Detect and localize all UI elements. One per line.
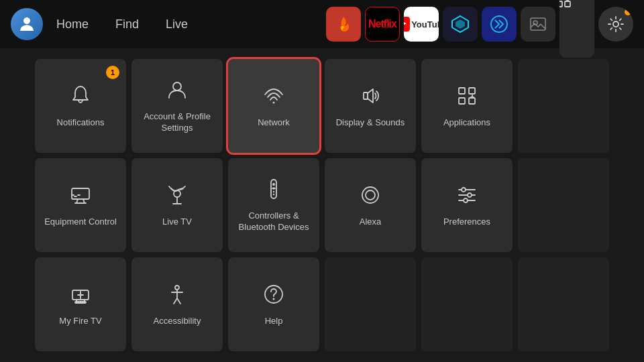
svg-point-34 (272, 183, 275, 186)
equipment-label: Equipment Control (39, 217, 122, 228)
svg-rect-19 (459, 98, 465, 104)
svg-point-0 (23, 17, 30, 24)
app-icon-youtube[interactable]: YouTube (404, 7, 439, 42)
grid-item-empty5 (518, 257, 609, 351)
display-label: Display & Sounds (331, 117, 411, 129)
alexa-label: Alexa (354, 217, 387, 228)
preferences-label: Preferences (438, 217, 496, 228)
avatar[interactable] (11, 8, 43, 40)
grid-item-myfiretv[interactable]: My Fire TV (35, 257, 126, 351)
antenna-icon (165, 183, 189, 210)
apps-icon (455, 84, 479, 111)
svg-point-58 (273, 298, 275, 300)
accessibility-icon (165, 282, 189, 309)
grid-item-notifications[interactable]: 1 Notifications (35, 59, 126, 153)
nav-find[interactable]: Find (110, 15, 144, 34)
netflix-label: Netflix (368, 18, 396, 30)
youtube-label-group: YouTube (404, 17, 439, 32)
app-icon-netflix[interactable]: Netflix (365, 7, 400, 42)
app-icon-bluestacks[interactable] (443, 7, 478, 42)
grid-item-livetv[interactable]: Live TV (131, 158, 223, 252)
svg-rect-20 (469, 98, 475, 104)
app-icon-kodi[interactable] (482, 7, 517, 42)
svg-line-56 (177, 298, 180, 304)
speaker-icon (358, 84, 382, 111)
grid-item-controllers[interactable]: Controllers & Bluetooth Devices (228, 158, 319, 252)
settings-badge (625, 9, 631, 15)
svg-rect-16 (364, 93, 368, 99)
svg-rect-18 (469, 88, 475, 94)
sliders-icon (455, 183, 479, 210)
user-icon (165, 78, 189, 105)
youtube-text-label: YouTube (411, 19, 439, 29)
accessibility-label: Accessibility (148, 316, 207, 327)
firetv-icon (68, 282, 93, 309)
nav-live[interactable]: Live (160, 15, 193, 34)
svg-rect-49 (75, 302, 86, 303)
svg-line-55 (174, 298, 177, 304)
applications-label: Applications (438, 117, 496, 129)
notifications-label: Notifications (52, 117, 110, 129)
grid-item-help[interactable]: Help (228, 257, 319, 351)
nav-home[interactable]: Home (51, 15, 94, 34)
svg-rect-17 (459, 88, 465, 94)
main-content: 1 Notifications Account & Profile Settin… (0, 48, 644, 362)
grid-item-preferences[interactable]: Preferences (421, 158, 513, 252)
youtube-play-icon (404, 17, 410, 32)
help-icon (262, 282, 286, 309)
svg-rect-5 (531, 18, 545, 30)
svg-point-40 (366, 190, 375, 200)
svg-point-14 (173, 82, 181, 90)
wifi-icon (262, 84, 286, 111)
settings-grid: 1 Notifications Account & Profile Settin… (35, 59, 609, 351)
nav-links: Home Find Live (51, 15, 193, 34)
svg-marker-1 (404, 20, 407, 27)
grid-item-empty4 (421, 257, 513, 351)
svg-point-13 (613, 21, 619, 27)
svg-point-45 (468, 193, 472, 197)
grid-item-empty3 (325, 257, 416, 351)
remote-icon (262, 177, 286, 204)
app-icon-photos[interactable] (521, 7, 555, 42)
grid-item-equipment[interactable]: Equipment Control (35, 158, 126, 252)
grid-item-network[interactable]: Network (228, 59, 319, 153)
bell-icon (68, 84, 93, 111)
notifications-badge: 1 (106, 66, 119, 79)
grid-item-alexa[interactable]: Alexa (325, 158, 416, 252)
svg-point-44 (462, 188, 466, 192)
svg-marker-3 (455, 19, 465, 29)
app-icon-settings[interactable] (598, 7, 633, 42)
grid-item-account[interactable]: Account & Profile Settings (131, 59, 223, 153)
svg-rect-9 (559, 1, 562, 7)
app-icons-bar: Netflix YouTube (326, 0, 633, 58)
app-icon-grid[interactable] (559, 0, 594, 58)
grid-item-accessibility[interactable]: Accessibility (131, 257, 223, 351)
header: Home Find Live Netflix YouTube (0, 0, 644, 48)
help-label: Help (260, 316, 288, 327)
grid-item-display[interactable]: Display & Sounds (325, 59, 416, 153)
livetv-label: Live TV (157, 217, 197, 228)
grid-item-empty2 (518, 158, 609, 252)
controllers-label: Controllers & Bluetooth Devices (228, 210, 319, 233)
monitor-icon (68, 183, 93, 210)
app-icon-fire[interactable] (326, 7, 361, 42)
svg-rect-10 (565, 1, 570, 7)
network-label: Network (252, 117, 295, 129)
svg-point-37 (273, 191, 274, 192)
alexa-icon (358, 183, 382, 210)
svg-point-39 (362, 187, 378, 203)
svg-rect-23 (72, 188, 89, 199)
grid-item-empty1 (518, 59, 609, 153)
svg-point-46 (464, 198, 468, 202)
account-label: Account & Profile Settings (131, 111, 223, 134)
svg-point-15 (273, 101, 275, 103)
svg-point-38 (273, 194, 274, 195)
grid-item-applications[interactable]: Applications (421, 59, 513, 153)
myfiretv-label: My Fire TV (54, 316, 107, 327)
